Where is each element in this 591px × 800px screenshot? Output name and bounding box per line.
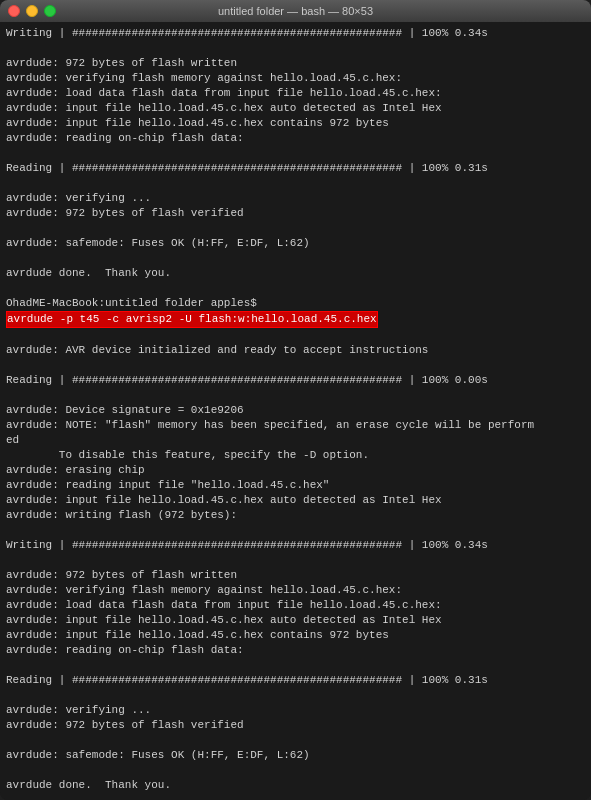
terminal-line: avrdude: input file hello.load.45.c.hex …	[6, 628, 585, 643]
terminal-line	[6, 388, 585, 403]
terminal-line: avrdude: input file hello.load.45.c.hex …	[6, 493, 585, 508]
terminal-line: Reading | ##############################…	[6, 373, 585, 388]
terminal-line	[6, 146, 585, 161]
terminal-line: avrdude: erasing chip	[6, 463, 585, 478]
command-text: avrdude -p t45 -c avrisp2 -U flash:w:hel…	[6, 311, 378, 328]
terminal-line	[6, 221, 585, 236]
terminal-line	[6, 251, 585, 266]
terminal-line	[6, 328, 585, 343]
terminal-line	[6, 358, 585, 373]
terminal-line: avrdude: NOTE: "flash" memory has been s…	[6, 418, 585, 433]
terminal-line: avrdude: 972 bytes of flash verified	[6, 718, 585, 733]
terminal-line: avrdude: 972 bytes of flash verified	[6, 206, 585, 221]
terminal-line: avrdude: 972 bytes of flash written	[6, 56, 585, 71]
terminal-line	[6, 658, 585, 673]
terminal-line: avrdude: safemode: Fuses OK (H:FF, E:DF,…	[6, 748, 585, 763]
terminal-line: avrdude done. Thank you.	[6, 266, 585, 281]
close-button[interactable]	[8, 5, 20, 17]
maximize-button[interactable]	[44, 5, 56, 17]
terminal-line	[6, 281, 585, 296]
terminal-line: ed	[6, 433, 585, 448]
terminal-line: avrdude: verifying ...	[6, 703, 585, 718]
terminal-line: Reading | ##############################…	[6, 161, 585, 176]
terminal-line: avrdude: reading input file "hello.load.…	[6, 478, 585, 493]
terminal-line: avrdude: reading on-chip flash data:	[6, 643, 585, 658]
terminal-line: avrdude: input file hello.load.45.c.hex …	[6, 613, 585, 628]
terminal-line: avrdude: safemode: Fuses OK (H:FF, E:DF,…	[6, 236, 585, 251]
terminal-line: To disable this feature, specify the -D …	[6, 448, 585, 463]
terminal-line	[6, 41, 585, 56]
terminal-line: avrdude: AVR device initialized and read…	[6, 343, 585, 358]
titlebar: untitled folder — bash — 80×53	[0, 0, 591, 22]
terminal-line: avrdude: writing flash (972 bytes):	[6, 508, 585, 523]
terminal-line	[6, 733, 585, 748]
traffic-lights	[8, 5, 56, 17]
terminal-line: Writing | ##############################…	[6, 26, 585, 41]
terminal-line: avrdude: load data flash data from input…	[6, 86, 585, 101]
terminal-line	[6, 553, 585, 568]
terminal-line	[6, 176, 585, 191]
terminal-line: avrdude: 972 bytes of flash written	[6, 568, 585, 583]
terminal-line: avrdude: verifying flash memory against …	[6, 583, 585, 598]
terminal-line: avrdude: input file hello.load.45.c.hex …	[6, 101, 585, 116]
window-title: untitled folder — bash — 80×53	[218, 5, 373, 17]
minimize-button[interactable]	[26, 5, 38, 17]
terminal-line: avrdude: verifying ...	[6, 191, 585, 206]
terminal-line	[6, 793, 585, 800]
terminal-window: untitled folder — bash — 80×53 Writing |…	[0, 0, 591, 800]
terminal-body[interactable]: Writing | ##############################…	[0, 22, 591, 800]
terminal-line: avrdude: Device signature = 0x1e9206	[6, 403, 585, 418]
terminal-line	[6, 523, 585, 538]
terminal-line: avrdude done. Thank you.	[6, 778, 585, 793]
terminal-line: avrdude: input file hello.load.45.c.hex …	[6, 116, 585, 131]
terminal-line: avrdude: reading on-chip flash data:	[6, 131, 585, 146]
terminal-line: avrdude: verifying flash memory against …	[6, 71, 585, 86]
command-line: OhadME-MacBook:untitled folder apples$ a…	[6, 296, 585, 328]
terminal-line	[6, 763, 585, 778]
terminal-line: Reading | ##############################…	[6, 673, 585, 688]
terminal-line	[6, 688, 585, 703]
terminal-line: avrdude: load data flash data from input…	[6, 598, 585, 613]
terminal-line: Writing | ##############################…	[6, 538, 585, 553]
prompt: OhadME-MacBook:untitled folder apples$	[6, 296, 257, 311]
